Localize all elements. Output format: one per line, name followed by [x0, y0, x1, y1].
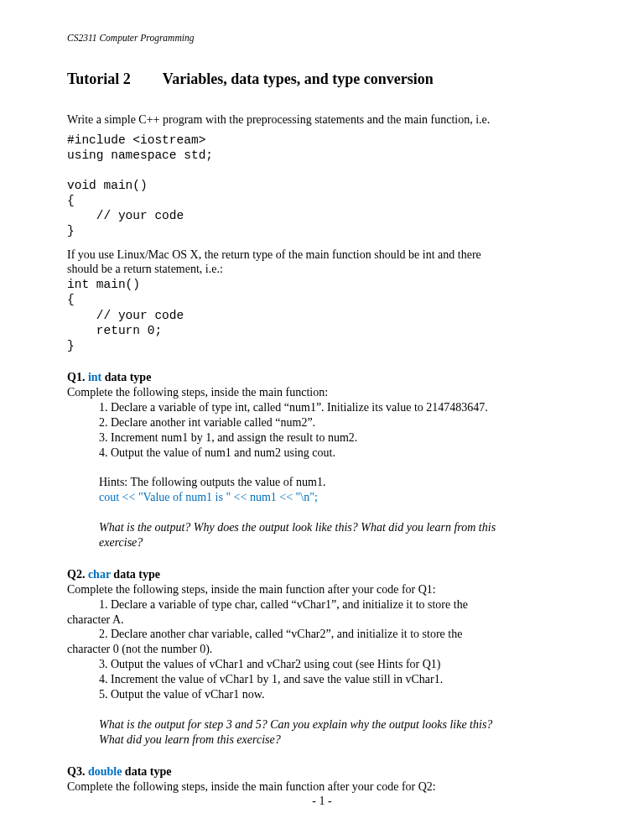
- linux-note-line1: If you use Linux/Mac OS X, the return ty…: [67, 248, 481, 261]
- q2-reflect1: What is the output for step 3 and 5? Can…: [99, 717, 577, 732]
- tutorial-number: Tutorial 2: [67, 70, 131, 89]
- linux-note-line2: should be a return statement, i.e.:: [67, 263, 223, 275]
- code-block-2: int main() { // your code return 0; }: [67, 277, 577, 353]
- q2-label: Q2.: [67, 568, 85, 581]
- q1-reflect2: exercise?: [99, 535, 577, 550]
- q1-steps: 1. Declare a variable of type int, calle…: [99, 400, 577, 550]
- q2-lead: Complete the following steps, inside the…: [67, 582, 577, 597]
- q2-step4: 4. Increment the value of vChar1 by 1, a…: [99, 672, 577, 687]
- q1-hint-code: cout << "Value of num1 is " << num1 << "…: [99, 490, 577, 505]
- q1-heading: Q1. int data type: [67, 370, 577, 385]
- page-number: - 1 -: [0, 794, 644, 809]
- q1-label: Q1.: [67, 371, 85, 383]
- q2-steps-rest: 3. Output the values of vChar1 and vChar…: [99, 657, 577, 747]
- q2-reflect2: What did you learn from this exercise?: [99, 732, 577, 748]
- q1-keyword: int: [88, 371, 101, 383]
- q2-step2b: character 0 (not the number 0).: [67, 642, 577, 657]
- q2-step1b: character A.: [67, 612, 577, 628]
- intro-paragraph: Write a simple C++ program with the prep…: [67, 112, 577, 128]
- q3-suffix: data type: [122, 765, 171, 778]
- q2-step1a: 1. Declare a variable of type char, call…: [99, 597, 577, 612]
- q3-label: Q3.: [67, 765, 85, 778]
- q1-hint-lead: Hints: The following outputs the value o…: [99, 475, 577, 490]
- q1-lead: Complete the following steps, inside the…: [67, 385, 577, 400]
- q1-suffix: data type: [101, 371, 151, 383]
- q1-step3: 3. Increment num1 by 1, and assign the r…: [99, 430, 577, 446]
- q1-reflect1: What is the output? Why does the output …: [99, 520, 577, 535]
- q1-step2: 2. Declare another int variable called “…: [99, 415, 577, 430]
- q2-step2a: 2. Declare another char variable, called…: [99, 627, 577, 642]
- document-title: Tutorial 2 Variables, data types, and ty…: [67, 70, 577, 89]
- q1-step4: 4. Output the value of num1 and num2 usi…: [99, 446, 577, 461]
- q3-lead: Complete the following steps, inside the…: [67, 779, 577, 795]
- q2-step3: 3. Output the values of vChar1 and vChar…: [99, 657, 577, 672]
- page: CS2311 Computer Programming Tutorial 2 V…: [0, 0, 644, 834]
- linux-note: If you use Linux/Mac OS X, the return ty…: [67, 248, 577, 278]
- q2-step5: 5. Output the value of vChar1 now.: [99, 687, 577, 702]
- q2-suffix: data type: [111, 568, 160, 581]
- code-block-1: #include <iostream> using namespace std;…: [67, 133, 577, 239]
- tutorial-subtitle: Variables, data types, and type conversi…: [163, 70, 434, 89]
- course-header: CS2311 Computer Programming: [67, 32, 577, 44]
- q1-step1: 1. Declare a variable of type int, calle…: [99, 400, 577, 415]
- q2-heading: Q2. char data type: [67, 567, 577, 582]
- q3-keyword: double: [88, 765, 122, 778]
- q3-heading: Q3. double data type: [67, 764, 577, 779]
- q2-keyword: char: [88, 568, 111, 581]
